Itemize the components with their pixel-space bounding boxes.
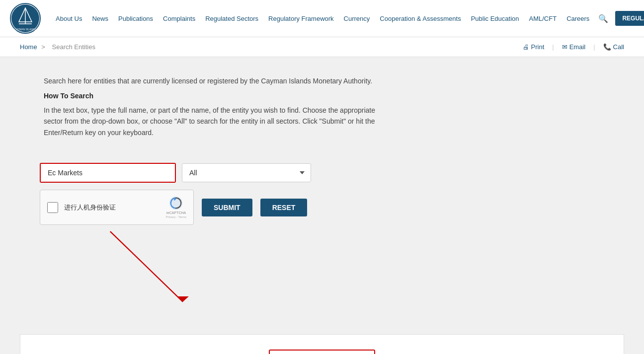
svg-line-8 xyxy=(110,231,183,302)
reset-button[interactable]: RESET xyxy=(260,199,308,216)
print-action[interactable]: 🖨 Print xyxy=(523,43,545,51)
divider-2: | xyxy=(593,43,595,51)
nav-news[interactable]: News xyxy=(87,15,113,22)
intro-text: Search here for entities that are curren… xyxy=(44,77,600,85)
breadcrumb-separator: > xyxy=(41,43,45,51)
nav-publications[interactable]: Publications xyxy=(113,15,158,22)
recaptcha-logo: reCAPTCHA Privacy - Terms xyxy=(166,196,186,218)
recaptcha-icon xyxy=(169,196,183,210)
how-to-title: How To Search xyxy=(44,92,600,100)
breadcrumb-bar: Home > Search Entities 🖨 Print | ✉ Email… xyxy=(0,37,644,57)
nav-currency[interactable]: Currency xyxy=(339,15,375,22)
svg-marker-9 xyxy=(177,296,189,302)
email-action[interactable]: ✉ Email xyxy=(562,43,586,51)
header: CAYMAN ISLANDS About Us News Publication… xyxy=(0,0,644,37)
recaptcha-checkbox[interactable] xyxy=(47,202,58,213)
nav-regulated-sectors[interactable]: Regulated Sectors xyxy=(200,15,263,22)
cima-logo: CAYMAN ISLANDS xyxy=(10,3,41,34)
svg-text:CAYMAN ISLANDS: CAYMAN ISLANDS xyxy=(14,28,36,31)
nav-about-us[interactable]: About Us xyxy=(51,15,87,22)
search-input[interactable] xyxy=(41,164,175,182)
not-found-box: ℹ Name of entity not found. xyxy=(269,350,375,354)
breadcrumb-home[interactable]: Home xyxy=(20,43,37,51)
divider-1: | xyxy=(552,43,554,51)
nav-complaints[interactable]: Complaints xyxy=(158,15,200,22)
main-nav: About Us News Publications Complaints Re… xyxy=(51,11,644,26)
printer-icon: 🖨 xyxy=(523,43,529,51)
recaptcha-sub: Privacy - Terms xyxy=(166,215,186,218)
breadcrumb-actions: 🖨 Print | ✉ Email | 📞 Call xyxy=(523,43,624,51)
nav-cooperation[interactable]: Cooperation & Assessments xyxy=(375,15,466,22)
nav-public-education[interactable]: Public Education xyxy=(466,15,524,22)
search-row: All Banking Insurance Securities Mutual … xyxy=(40,163,624,183)
recaptcha-brand: reCAPTCHA xyxy=(166,211,186,214)
page-wrapper: CAYMAN ISLANDS About Us News Publication… xyxy=(0,0,644,354)
main-content: Search here for entities that are curren… xyxy=(24,57,620,163)
results-area: ℹ Name of entity not found. xyxy=(20,334,624,354)
annotation-arrow xyxy=(40,225,358,324)
captcha-buttons-row: 进行人机身份验证 reCAPTCHA Privacy - Terms SUBMI… xyxy=(40,190,624,225)
breadcrumb: Home > Search Entities xyxy=(20,43,98,51)
breadcrumb-current: Search Entities xyxy=(52,43,95,51)
nav-regulatory-framework[interactable]: Regulatory Framework xyxy=(263,15,339,22)
search-input-wrapper xyxy=(40,163,176,183)
search-icon[interactable]: 🔍 xyxy=(594,14,612,23)
form-area: All Banking Insurance Securities Mutual … xyxy=(0,163,644,354)
phone-icon: 📞 xyxy=(603,43,611,51)
nav-amlcft[interactable]: AML/CFT xyxy=(524,15,562,22)
how-to-desc: In the text box, type the full name, or … xyxy=(44,105,392,138)
annotation-area xyxy=(20,225,624,324)
nav-careers[interactable]: Careers xyxy=(562,15,594,22)
recaptcha-label: 进行人机身份验证 xyxy=(64,203,160,212)
sector-select[interactable]: All Banking Insurance Securities Mutual … xyxy=(182,163,311,182)
call-action[interactable]: 📞 Call xyxy=(603,43,624,51)
email-icon: ✉ xyxy=(562,43,567,51)
recaptcha-widget: 进行人机身份验证 reCAPTCHA Privacy - Terms xyxy=(40,190,194,225)
regulated-entities-button[interactable]: REGULATED ENTITIES xyxy=(615,11,644,26)
submit-button[interactable]: SUBMIT xyxy=(202,199,252,216)
logo-area: CAYMAN ISLANDS xyxy=(10,3,41,34)
